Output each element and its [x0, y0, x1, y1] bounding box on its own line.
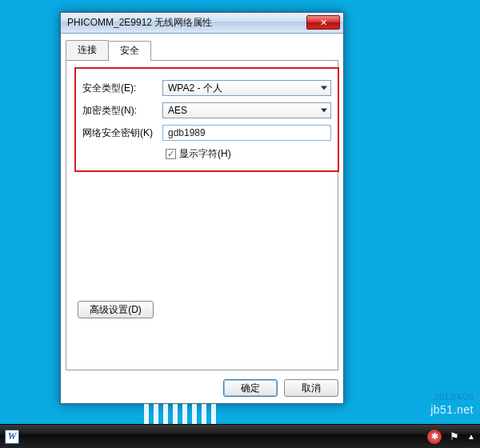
check-icon: ✓: [167, 150, 174, 158]
client-area: 连接 安全 安全类型(E): WPA2 - 个人 加密类型(N): AES: [66, 40, 338, 368]
watermark-text: jb51.net: [430, 403, 474, 416]
security-type-value: WPA2 - 个人: [168, 82, 222, 95]
titlebar[interactable]: PHICOMM_2E9912 无线网络属性 ✕: [61, 13, 343, 34]
security-panel: 安全类型(E): WPA2 - 个人 加密类型(N): AES 网络安全密钥(K…: [66, 60, 338, 370]
chevron-down-icon: [321, 86, 327, 90]
overlay-date: 2013/4/26: [434, 392, 474, 402]
show-chars-checkbox[interactable]: ✓: [166, 149, 176, 159]
show-chars-row: ✓ 显示字符(H): [166, 147, 331, 161]
encryption-type-value: AES: [168, 105, 187, 116]
security-type-label: 安全类型(E):: [82, 82, 162, 95]
cancel-button[interactable]: 取消: [284, 379, 338, 397]
show-hidden-icons-icon[interactable]: ▲: [467, 432, 475, 441]
close-icon: ✕: [320, 18, 327, 28]
advanced-settings-button[interactable]: 高级设置(D): [78, 301, 154, 318]
security-type-select[interactable]: WPA2 - 个人: [162, 80, 331, 96]
encryption-type-select[interactable]: AES: [162, 102, 331, 118]
taskbar-left: W: [5, 430, 19, 444]
tab-connect[interactable]: 连接: [66, 40, 109, 60]
network-tray-icon[interactable]: ✱: [427, 430, 442, 444]
encryption-type-row: 加密类型(N): AES: [82, 102, 331, 118]
network-key-value: gdb1989: [168, 127, 206, 138]
network-key-row: 网络安全密钥(K) gdb1989: [82, 125, 331, 141]
chevron-down-icon: [321, 109, 327, 113]
window-title: PHICOMM_2E9912 无线网络属性: [67, 16, 212, 30]
encryption-type-label: 加密类型(N):: [82, 104, 162, 118]
highlighted-region: 安全类型(E): WPA2 - 个人 加密类型(N): AES 网络安全密钥(K…: [74, 67, 339, 172]
taskbar: W ✱ ⚑ ▲: [0, 424, 480, 448]
wifi-properties-dialog: PHICOMM_2E9912 无线网络属性 ✕ 连接 安全 安全类型(E): W…: [60, 12, 344, 404]
tab-security[interactable]: 安全: [108, 41, 151, 61]
word-app-icon[interactable]: W: [5, 430, 19, 444]
network-key-label: 网络安全密钥(K): [82, 126, 162, 140]
security-type-row: 安全类型(E): WPA2 - 个人: [82, 80, 331, 96]
close-button[interactable]: ✕: [306, 15, 340, 30]
dialog-buttons: 确定 取消: [66, 379, 338, 397]
system-tray: ✱ ⚑ ▲: [427, 430, 475, 444]
network-key-field[interactable]: gdb1989: [162, 125, 331, 141]
show-chars-label: 显示字符(H): [179, 147, 231, 161]
tabs: 连接 安全: [66, 40, 338, 60]
action-center-icon[interactable]: ⚑: [450, 430, 459, 442]
ok-button[interactable]: 确定: [223, 379, 278, 397]
